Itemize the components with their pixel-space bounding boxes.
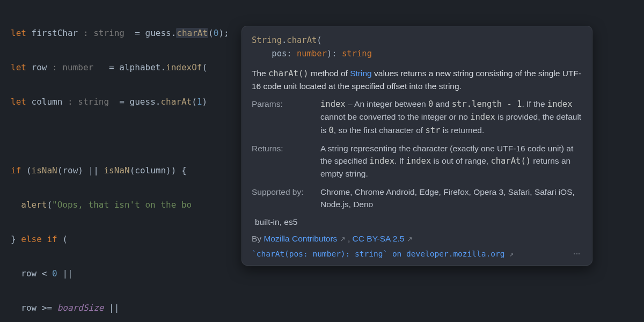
external-icon: ↗ (340, 235, 346, 243)
signature: String.charAt( pos: number): string (252, 34, 582, 61)
returns-row: Returns: A string representing the chara… (252, 142, 582, 180)
mdn-link[interactable]: `charAt(pos: number): string` on develop… (252, 248, 514, 260)
attribution: By Mozilla Contributors ↗ , CC BY-SA 2.5… (252, 232, 582, 245)
more-actions-icon[interactable]: ⋮ (571, 250, 582, 258)
description: The charAt() method of String values ret… (252, 67, 582, 93)
tags: built-in, es5 (255, 216, 582, 228)
code-line: row < 0 || (11, 265, 633, 282)
external-icon: ↗ (509, 250, 514, 258)
supported-row: Supported by: Chrome, Chrome Android, Ed… (252, 186, 582, 211)
code-line: row >= boardSize || (11, 299, 633, 317)
params-row: Params: index – An integer between 0 and… (252, 98, 582, 137)
contributors-link[interactable]: Mozilla Contributors (264, 234, 337, 243)
string-link[interactable]: String (350, 69, 372, 78)
hovered-method: charAt (176, 28, 208, 38)
documentation-tooltip: String.charAt( pos: number): string The … (241, 26, 592, 266)
license-link[interactable]: CC BY-SA 2.5 (353, 234, 405, 243)
external-icon: ↗ (407, 235, 413, 243)
